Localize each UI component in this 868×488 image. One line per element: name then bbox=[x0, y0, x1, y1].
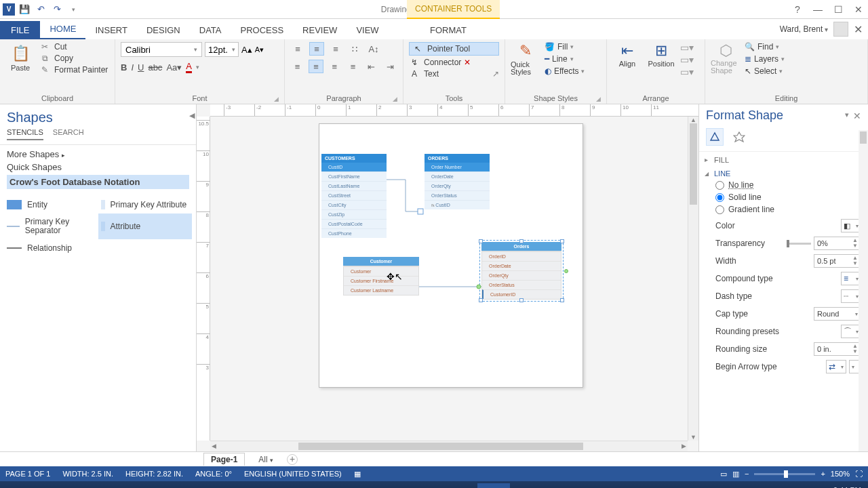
quick-shapes-link[interactable]: Quick Shapes bbox=[7, 162, 189, 172]
zoom-slider[interactable] bbox=[754, 473, 815, 475]
radio-no-line[interactable]: No line bbox=[715, 180, 861, 190]
stencil-attribute[interactable]: Attribute bbox=[98, 214, 193, 239]
section-fill[interactable]: FILL bbox=[699, 152, 868, 165]
qat-undo-icon[interactable]: ↶ bbox=[34, 3, 47, 16]
cut-button[interactable]: ✂Cut bbox=[39, 42, 108, 52]
taskbar-powerpoint-icon[interactable]: P bbox=[308, 483, 340, 488]
select-button[interactable]: ↖Select▾ bbox=[745, 66, 785, 76]
close-icon[interactable]: ✕ bbox=[852, 4, 865, 15]
paragraph-launcher-icon[interactable]: ◢ bbox=[393, 96, 397, 102]
close-document-icon[interactable]: ✕ bbox=[854, 23, 863, 36]
entity-orders2[interactable]: Orders OrderID OrderDate OrderQty OrderS… bbox=[481, 242, 561, 300]
qat-customize-icon[interactable]: ▾ bbox=[66, 3, 80, 16]
taskbar-chrome-icon[interactable]: ◉ bbox=[104, 483, 137, 488]
transparency-value[interactable]: 0%▲▼ bbox=[814, 237, 861, 250]
section-line[interactable]: LINE bbox=[699, 165, 868, 179]
layers-button[interactable]: ≣Layers▾ bbox=[745, 54, 785, 64]
entity-customer2[interactable]: Customer Customer Customer Firstname Cus… bbox=[343, 257, 419, 296]
scrollbar-h-thumb[interactable] bbox=[298, 443, 583, 450]
rounding-size-value[interactable]: 0 in.▲▼ bbox=[814, 342, 861, 356]
case-button[interactable]: Aa▾ bbox=[166, 62, 182, 73]
tab-insert[interactable]: INSERT bbox=[85, 21, 136, 39]
status-macro-icon[interactable]: ▦ bbox=[354, 470, 361, 479]
taskbar-snip-icon[interactable]: ✂ bbox=[443, 483, 476, 488]
underline-button[interactable]: U bbox=[138, 62, 144, 73]
user-name[interactable]: Ward, Brent bbox=[780, 24, 828, 34]
tab-process[interactable]: PROCESS bbox=[231, 21, 294, 39]
taskbar-settings-icon[interactable]: ⚙ bbox=[206, 483, 239, 488]
cap-type-combo[interactable]: Round▾ bbox=[814, 307, 861, 321]
connector-tool-button[interactable]: ↯Connector bbox=[409, 58, 461, 67]
zoom-out-icon[interactable]: − bbox=[745, 470, 749, 478]
shape-styles-launcher-icon[interactable]: ◢ bbox=[596, 96, 601, 102]
scrollbar-v-thumb[interactable] bbox=[690, 123, 697, 205]
qat-save-icon[interactable]: 💾 bbox=[18, 3, 31, 16]
taskbar-logo-icon[interactable]: LOGO bbox=[342, 483, 374, 488]
page-tab-all[interactable]: All ▾ bbox=[252, 453, 280, 466]
strike-button[interactable]: abc bbox=[148, 62, 162, 73]
taskbar-word-icon[interactable]: W bbox=[240, 483, 273, 488]
minimize-icon[interactable]: — bbox=[811, 4, 825, 15]
fit-window-icon[interactable]: ⛶ bbox=[855, 470, 863, 478]
tab-data[interactable]: DATA bbox=[190, 21, 231, 39]
position-button[interactable]: ⊞Position bbox=[646, 42, 676, 77]
zoom-level[interactable]: 150% bbox=[831, 470, 850, 478]
pointer-tool-button[interactable]: ↖Pointer Tool bbox=[409, 42, 499, 56]
copy-button[interactable]: ⧉Copy bbox=[39, 54, 108, 63]
font-launcher-icon[interactable]: ◢ bbox=[274, 96, 279, 102]
stencil-crowsfoot[interactable]: Crow's Foot Database Notation bbox=[7, 175, 189, 189]
scrollbar-vertical[interactable]: ▲ ▼ bbox=[688, 117, 698, 441]
connector-x-icon[interactable]: ✕ bbox=[464, 58, 471, 67]
entity-orders[interactable]: ORDERS Order Number OrderDate OrderQty O… bbox=[425, 154, 490, 209]
stencil-entity[interactable]: Entity bbox=[4, 196, 98, 214]
align-top-icon[interactable]: ≡ bbox=[290, 42, 305, 56]
maximize-icon[interactable]: ☐ bbox=[831, 4, 845, 15]
format-pane-dropdown-icon[interactable]: ▾ bbox=[845, 110, 849, 121]
font-color-button[interactable]: A bbox=[186, 61, 192, 73]
tab-design[interactable]: DESIGN bbox=[137, 21, 190, 39]
stencil-relationship[interactable]: Relationship bbox=[4, 239, 98, 257]
line-width-value[interactable]: 0.5 pt▲▼ bbox=[814, 254, 861, 268]
zoom-in-icon[interactable]: + bbox=[821, 470, 825, 478]
shapes-collapse-icon[interactable]: ◀ bbox=[189, 111, 195, 120]
file-tab[interactable]: FILE bbox=[0, 21, 40, 39]
justify-icon[interactable]: ≡ bbox=[346, 60, 360, 73]
view-fit-icon[interactable]: ▥ bbox=[732, 470, 739, 479]
tab-view[interactable]: VIEW bbox=[347, 21, 388, 39]
tab-home[interactable]: HOME bbox=[40, 20, 85, 39]
taskbar-explorer-icon[interactable]: 📁 bbox=[71, 483, 103, 488]
taskbar-visio-icon[interactable]: V bbox=[477, 483, 510, 488]
italic-button[interactable]: I bbox=[131, 62, 134, 73]
tab-review[interactable]: REVIEW bbox=[293, 21, 347, 39]
shapes-tab-search[interactable]: SEARCH bbox=[53, 128, 84, 140]
canvas[interactable]: -3-2-1 012 345 678 91011 10.5109 876 543… bbox=[197, 104, 698, 451]
effects-tab-icon[interactable] bbox=[730, 128, 748, 146]
increase-indent-icon[interactable]: ⇥ bbox=[383, 60, 397, 73]
view-presentation-icon[interactable]: ▭ bbox=[720, 470, 727, 479]
stencil-pk-attribute[interactable]: Primary Key Attribute bbox=[98, 196, 193, 214]
entity-customers[interactable]: CUSTOMERS CustID CustFirstName CustLastN… bbox=[321, 154, 387, 238]
help-icon[interactable]: ? bbox=[791, 4, 804, 15]
line-button[interactable]: ━Line▾ bbox=[545, 54, 585, 64]
connector-customers-orders[interactable] bbox=[387, 178, 425, 218]
taskbar-mcafee-icon[interactable]: 🛡 bbox=[376, 483, 408, 488]
group-shapes-icon[interactable]: ▭▾ bbox=[680, 66, 694, 77]
decrease-indent-icon[interactable]: ⇤ bbox=[364, 60, 378, 73]
shapes-tab-stencils[interactable]: STENCILS bbox=[7, 128, 43, 140]
qat-redo-icon[interactable]: ↷ bbox=[50, 3, 64, 16]
taskbar-ie-icon[interactable]: e bbox=[37, 483, 69, 488]
taskbar-excel-icon[interactable]: X bbox=[172, 483, 205, 488]
page-tab-1[interactable]: Page-1 bbox=[203, 453, 245, 466]
align-center-icon[interactable]: ≡ bbox=[309, 60, 323, 73]
align-right-icon[interactable]: ≡ bbox=[328, 60, 342, 73]
bullets-icon[interactable]: ∷ bbox=[347, 42, 362, 56]
shrink-font-icon[interactable]: A▾ bbox=[255, 45, 264, 54]
grow-font-icon[interactable]: A▴ bbox=[241, 45, 252, 55]
find-button[interactable]: 🔍Find▾ bbox=[745, 42, 785, 52]
taskbar-app1-icon[interactable]: 🗔 bbox=[410, 483, 442, 488]
fill-line-tab-icon[interactable] bbox=[706, 128, 724, 146]
font-size-combo[interactable]: 12pt.▾ bbox=[205, 42, 239, 57]
format-pane-close-icon[interactable]: ✕ bbox=[853, 110, 861, 121]
effects-button[interactable]: ◐Effects▾ bbox=[545, 66, 585, 76]
fill-button[interactable]: 🪣Fill▾ bbox=[545, 42, 585, 52]
